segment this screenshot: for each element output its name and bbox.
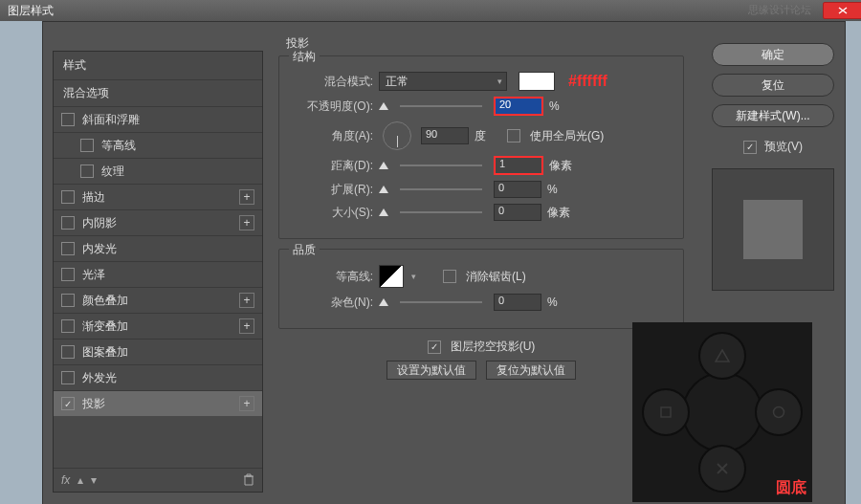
opacity-input[interactable]: 20 <box>494 97 543 116</box>
checkbox-icon[interactable] <box>61 294 75 307</box>
button-label: 复位为默认值 <box>497 362 565 379</box>
structure-legend: 结构 <box>289 49 320 65</box>
contour-picker[interactable] <box>379 265 404 288</box>
close-button[interactable] <box>823 2 861 19</box>
checkbox-icon[interactable] <box>80 139 94 152</box>
pixel-label: 像素 <box>547 205 570 221</box>
styles-footer: fx ▴ ▾ <box>54 468 262 492</box>
add-effect-icon[interactable]: + <box>239 318 254 334</box>
style-label: 内阴影 <box>82 215 117 231</box>
contour-label: 等高线: <box>289 269 373 285</box>
add-effect-icon[interactable]: + <box>239 189 254 205</box>
button-label: 设置为默认值 <box>397 362 466 379</box>
slider-handle-icon[interactable] <box>379 298 388 306</box>
new-style-button[interactable]: 新建样式(W)... <box>712 104 834 127</box>
style-item-inner-glow[interactable]: 内发光 <box>54 235 262 261</box>
style-item-inner-shadow[interactable]: 内阴影+ <box>54 209 262 235</box>
anti-alias-checkbox[interactable] <box>443 270 456 283</box>
angle-input[interactable]: 90 <box>421 127 469 144</box>
checkbox-icon[interactable] <box>80 164 94 178</box>
style-item-bevel[interactable]: 斜面和浮雕 <box>54 106 262 132</box>
anti-alias-label: 消除锯齿(L) <box>466 269 526 285</box>
style-item-satin[interactable]: 光泽 <box>54 261 262 287</box>
slider-handle-icon[interactable] <box>379 186 388 193</box>
chevron-up-icon[interactable]: ▴ <box>77 473 83 487</box>
size-input[interactable]: 0 <box>494 204 541 221</box>
close-icon <box>838 7 848 14</box>
style-item-stroke[interactable]: 描边+ <box>54 184 262 209</box>
noise-slider[interactable] <box>400 301 482 303</box>
add-effect-icon[interactable]: + <box>239 293 254 308</box>
checkbox-icon[interactable] <box>61 268 75 281</box>
reset-button[interactable]: 复位 <box>712 74 834 97</box>
checkbox-icon[interactable] <box>61 190 75 204</box>
add-effect-icon[interactable]: + <box>239 396 254 411</box>
square-icon <box>642 388 690 436</box>
blend-mode-select[interactable]: 正常▾ <box>379 72 507 91</box>
dpad-preview: 圆底 <box>632 322 812 502</box>
dpad-annotation: 圆底 <box>776 478 806 498</box>
opacity-slider[interactable] <box>400 105 482 107</box>
preview-swatch <box>743 200 803 259</box>
blend-options-header[interactable]: 混合选项 <box>54 79 262 106</box>
cross-icon <box>698 445 746 493</box>
style-label: 外发光 <box>82 370 117 386</box>
style-label: 内发光 <box>82 241 117 257</box>
global-light-label: 使用全局光(G) <box>530 128 604 144</box>
style-item-outer-glow[interactable]: 外发光 <box>54 364 262 390</box>
structure-group: 结构 混合模式: 正常▾ #ffffff 不透明度(O): 20 % 角度(A)… <box>278 55 684 239</box>
panel-title: 投影 <box>286 35 684 52</box>
styles-header[interactable]: 样式 <box>54 52 262 79</box>
size-slider[interactable] <box>400 211 482 213</box>
angle-wheel[interactable] <box>383 121 411 150</box>
style-item-pattern-overlay[interactable]: 图案叠加 <box>54 339 262 364</box>
style-label: 投影 <box>82 396 105 412</box>
reset-default-button[interactable]: 复位为默认值 <box>486 361 576 380</box>
checkbox-icon[interactable] <box>61 397 75 410</box>
fx-icon[interactable]: fx <box>61 473 70 487</box>
global-light-checkbox[interactable] <box>507 129 520 142</box>
quality-legend: 品质 <box>289 242 320 258</box>
add-effect-icon[interactable]: + <box>239 215 254 230</box>
ok-button[interactable]: 确定 <box>712 43 834 66</box>
svg-rect-0 <box>661 407 671 417</box>
slider-handle-icon[interactable] <box>379 162 388 169</box>
checkbox-icon[interactable] <box>61 216 75 230</box>
chevron-down-icon: ▾ <box>497 77 502 86</box>
blend-mode-label: 混合模式: <box>289 74 373 90</box>
checkbox-icon[interactable] <box>61 319 75 333</box>
knockout-label: 图层挖空投影(U) <box>451 339 536 355</box>
checkbox-icon[interactable] <box>61 345 75 359</box>
slider-handle-icon[interactable] <box>379 102 388 110</box>
color-swatch[interactable] <box>519 72 555 91</box>
noise-input[interactable]: 0 <box>494 294 541 311</box>
chevron-down-icon[interactable]: ▾ <box>91 473 97 487</box>
knockout-checkbox[interactable] <box>428 340 441 354</box>
spread-input[interactable]: 0 <box>494 181 541 198</box>
slider-handle-icon[interactable] <box>379 208 388 216</box>
chevron-down-icon[interactable]: ▾ <box>409 272 418 281</box>
style-item-contour[interactable]: 等高线 <box>54 132 262 158</box>
style-label: 斜面和浮雕 <box>82 112 140 128</box>
spread-slider[interactable] <box>400 188 482 190</box>
style-label: 渐变叠加 <box>82 318 128 335</box>
style-item-color-overlay[interactable]: 颜色叠加+ <box>54 287 262 313</box>
style-item-gradient-overlay[interactable]: 渐变叠加+ <box>54 313 262 339</box>
layer-style-dialog: 样式 混合选项 斜面和浮雕 等高线 纹理 描边+ 内阴影+ 内发光 光泽 颜色叠… <box>42 21 846 504</box>
preview-box <box>712 168 834 291</box>
button-label: 新建样式(W)... <box>736 108 809 124</box>
make-default-button[interactable]: 设置为默认值 <box>386 361 476 380</box>
style-item-texture[interactable]: 纹理 <box>54 158 262 184</box>
preview-checkbox[interactable] <box>743 141 757 154</box>
checkbox-icon[interactable] <box>61 371 75 384</box>
angle-label: 角度(A): <box>289 128 373 144</box>
checkbox-icon[interactable] <box>61 113 75 126</box>
button-label: 确定 <box>762 47 784 63</box>
distance-input[interactable]: 1 <box>494 156 543 175</box>
percent-label: % <box>547 296 558 309</box>
trash-icon[interactable] <box>243 473 254 487</box>
distance-slider[interactable] <box>400 164 482 166</box>
triangle-icon <box>698 332 746 380</box>
style-item-drop-shadow[interactable]: 投影+ <box>54 390 262 416</box>
checkbox-icon[interactable] <box>61 242 75 255</box>
